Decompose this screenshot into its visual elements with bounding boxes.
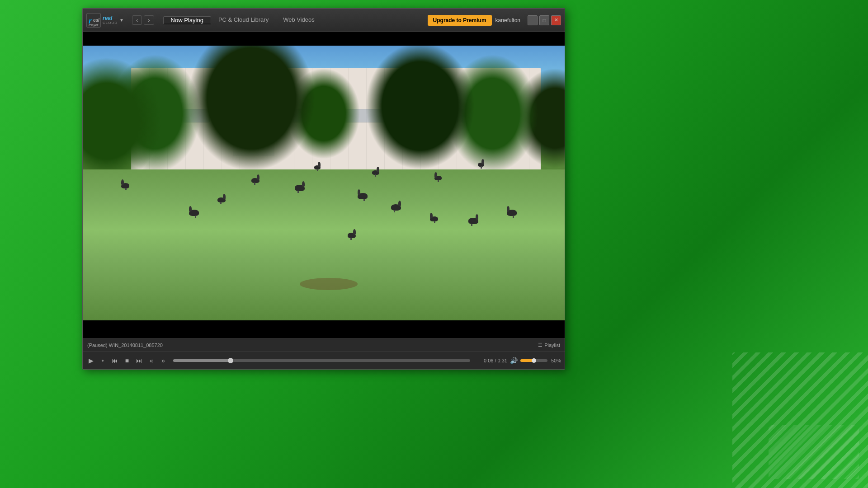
forward-button[interactable]: › (144, 15, 154, 25)
playlist-button[interactable]: ☰ Playlist (538, 342, 560, 348)
progress-bar[interactable] (173, 359, 470, 362)
video-area[interactable] (83, 46, 565, 320)
nav-buttons: ‹ › (132, 15, 154, 25)
grass (83, 169, 565, 320)
goose-15 (478, 163, 484, 167)
playlist-label: Playlist (544, 343, 560, 348)
goose-3 (295, 185, 305, 191)
goose-1 (189, 210, 199, 216)
back-button[interactable]: ‹ (132, 15, 142, 25)
goose-13 (348, 233, 356, 238)
stop-button[interactable]: ■ (123, 356, 132, 365)
rewind-button[interactable]: « (147, 356, 156, 365)
goose-11 (314, 165, 321, 169)
goose-14 (121, 183, 129, 188)
tab-now-playing[interactable]: Now Playing (163, 16, 211, 24)
volume-thumb (532, 358, 536, 363)
player-window: r eal Player CLOUD real CLOUD ▼ ‹ › Now … (82, 8, 565, 370)
realplayer-logo-icon: r eal Player CLOUD (86, 13, 101, 28)
goose-6 (430, 216, 438, 221)
goose-2 (217, 197, 226, 202)
time-display: 0:06 / 0:31 (476, 358, 507, 363)
svg-text:eal: eal (93, 18, 99, 23)
tab-pc-cloud-library[interactable]: PC & Cloud Library (211, 16, 276, 24)
black-band-bottom (83, 320, 565, 338)
volume-slider[interactable] (520, 359, 547, 362)
fast-forward-button[interactable]: » (159, 356, 168, 365)
logo-area: r eal Player CLOUD real CLOUD ▼ (86, 13, 124, 28)
progress-thumb (228, 358, 233, 363)
username-label: kanefulton (495, 17, 520, 23)
goose-5 (391, 204, 401, 211)
goose-12 (434, 176, 442, 180)
play-button[interactable]: ▶ (86, 356, 95, 365)
controls-bar: ▶ ● ⏮ ■ ⏭ « » 0:06 / 0:31 🔊 50% (83, 351, 565, 369)
record-button[interactable]: ● (98, 357, 107, 364)
status-bar: (Paused) WIN_20140811_085720 ☰ Playlist (83, 338, 565, 351)
window-controls: — □ ✕ (528, 15, 561, 25)
goose-9 (251, 178, 259, 183)
title-bar: r eal Player CLOUD real CLOUD ▼ ‹ › Now … (83, 9, 565, 32)
progress-fill (173, 359, 231, 362)
next-button[interactable]: ⏭ (134, 356, 144, 365)
prev-button[interactable]: ⏮ (110, 356, 120, 365)
svg-text:Player: Player (89, 23, 99, 27)
black-band-top (83, 32, 565, 46)
goose-4 (358, 193, 368, 199)
right-controls: Upgrade to Premium kanefulton — □ ✕ (428, 15, 561, 26)
maximize-button[interactable]: □ (539, 15, 549, 25)
tabs-area: Now Playing PC & Cloud Library Web Video… (163, 16, 423, 24)
playlist-icon: ☰ (538, 342, 542, 348)
volume-icon[interactable]: 🔊 (510, 357, 518, 364)
volume-percent: 50% (551, 358, 561, 363)
goose-7 (468, 218, 478, 224)
tab-web-videos[interactable]: Web Videos (276, 16, 322, 24)
menu-dropdown-arrow[interactable]: ▼ (119, 18, 124, 23)
goose-10 (372, 170, 379, 175)
status-text: (Paused) WIN_20140811_085720 (87, 343, 163, 348)
close-button[interactable]: ✕ (551, 15, 561, 25)
minimize-button[interactable]: — (528, 15, 538, 25)
upgrade-button[interactable]: Upgrade to Premium (428, 15, 492, 26)
video-frame (83, 46, 565, 320)
goose-8 (507, 210, 517, 216)
